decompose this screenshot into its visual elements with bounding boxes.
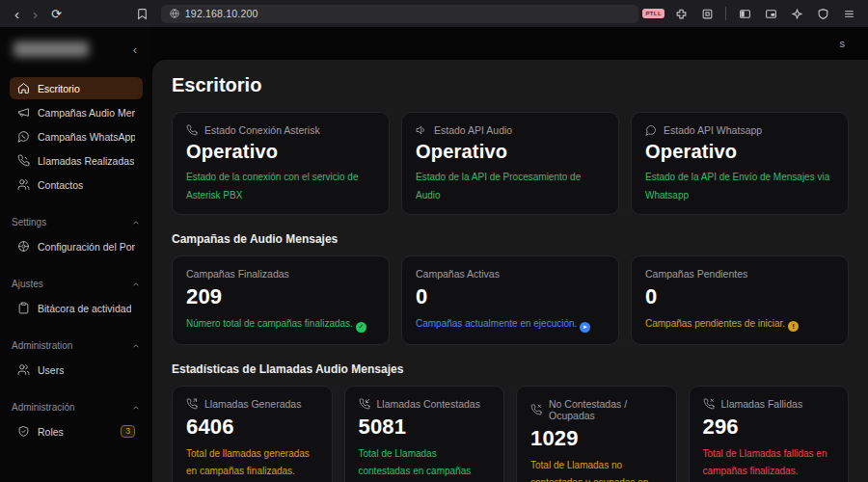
sidebar-section-administration: Administration Users [10, 340, 143, 381]
globe-icon [170, 9, 179, 18]
sparkle-icon[interactable] [787, 4, 806, 23]
card-label: No Contestadas / Ocupadas [549, 398, 663, 421]
dashboard-panel: Escritorio Estado Conexión Asterisk Oper… [152, 60, 868, 482]
sidebar-toggle-icon[interactable] [735, 4, 754, 23]
pip-icon[interactable] [761, 4, 780, 23]
sidebar-section-header[interactable]: Administration [10, 340, 143, 359]
chevron-up-icon [131, 403, 141, 413]
phone-failed-icon [703, 398, 715, 410]
card-campanas-activas: Campañas Activas 0 Campañas actualmente … [401, 255, 619, 345]
sidebar-item-escritorio[interactable]: Escritorio [10, 77, 143, 99]
sidebar-section-header[interactable]: Settings [10, 217, 143, 235]
gear-icon [17, 240, 30, 253]
card-label: Campañas Finalizadas [186, 268, 289, 280]
shield-check-icon [17, 425, 30, 438]
home-icon [17, 82, 30, 94]
card-description: Campañas actualmente en ejecución. [416, 318, 577, 329]
card-value: 5081 [359, 415, 491, 440]
whatsapp-icon [17, 130, 30, 143]
sidebar-item-label: Configuración del Portal [38, 241, 135, 253]
sidebar-item-label: Campañas Audio Mensajes [38, 107, 135, 119]
section-title-call-stats: Estadísticas de Llamadas Audio Mensajes [172, 362, 849, 376]
card-label: Llamadas Generadas [204, 398, 301, 410]
card-value: 0 [645, 284, 834, 309]
extensions-icon[interactable] [671, 4, 691, 23]
forward-icon[interactable]: › [28, 7, 42, 21]
phone-incoming-icon [359, 398, 370, 410]
status-card-value: Operativo [416, 141, 605, 163]
sidebar-item-campanas-whatsapp[interactable]: Campañas WhatsApp [10, 125, 143, 147]
sidebar-item-users[interactable]: Users [10, 359, 143, 381]
card-campanas-finalizadas: Campañas Finalizadas 209 Número total de… [172, 255, 390, 345]
status-card-description: Estado de la conexión con el servicio de… [186, 172, 358, 201]
status-card-description: Estado de la API de Procesamiento de Aud… [416, 172, 581, 201]
extension-badge[interactable]: PTLL [642, 9, 665, 18]
status-card-label: Estado API Whatsapp [664, 124, 762, 136]
status-card-value: Operativo [186, 141, 375, 163]
url-bar[interactable]: 192.168.10.200 [161, 5, 639, 23]
sidebar-item-bitacora[interactable]: Bitácora de actividad [10, 297, 143, 319]
shield-icon[interactable] [813, 4, 832, 23]
sidebar-section-ajustes: Ajustes Bitácora de actividad [10, 279, 143, 319]
sidebar-item-label: Llamadas Realizadas [38, 155, 134, 167]
sidebar-section-header[interactable]: Ajustes [10, 279, 143, 297]
phone-outgoing-icon [186, 398, 198, 410]
browser-actions: PTLL [642, 4, 858, 23]
card-value: 6406 [186, 415, 318, 440]
card-label: Campañas Pendientes [645, 268, 747, 280]
section-title-audio-campaigns: Campañas de Audio Mensajes [172, 232, 849, 246]
card-description: Campañas pendientes de iniciar. [645, 318, 785, 329]
card-llamadas-contestadas: Llamadas Contestadas 5081 Total de Llama… [344, 386, 505, 482]
card-description: Total de Llamadas fallidas en campañas f… [703, 448, 827, 477]
screenshot-icon[interactable] [697, 4, 717, 23]
card-label: Llamadas Fallidas [721, 398, 803, 410]
card-campanas-pendientes: Campañas Pendientes 0 Campañas pendiente… [631, 255, 849, 345]
status-card-asterisk: Estado Conexión Asterisk Operativo Estad… [172, 112, 390, 215]
topbar-user-text[interactable]: s [840, 38, 846, 49]
card-llamadas-fallidas: Llamadas Fallidas 296 Total de Llamadas … [689, 386, 850, 482]
reload-icon[interactable]: ⟳ [46, 8, 67, 20]
sidebar-collapse-button[interactable]: ‹ [127, 40, 143, 59]
card-value: 0 [416, 284, 605, 309]
status-card-api-audio: Estado API Audio Operativo Estado de la … [401, 112, 619, 215]
sidebar-item-configuracion-portal[interactable]: Configuración del Portal [10, 235, 143, 257]
url-text: 192.168.10.200 [185, 8, 258, 19]
clock-circle-icon: ! [788, 321, 799, 332]
sidebar-item-contactos[interactable]: Contactos [10, 174, 143, 196]
megaphone-icon [17, 106, 30, 119]
status-card-label: Estado Conexión Asterisk [204, 124, 320, 136]
clipboard-icon [17, 302, 30, 314]
phone-missed-icon [530, 404, 542, 415]
menu-icon[interactable] [839, 4, 858, 23]
chevron-up-icon [131, 218, 141, 228]
contacts-icon [17, 178, 30, 191]
sidebar-item-label: Users [38, 364, 64, 376]
audio-campaigns-row: Campañas Finalizadas 209 Número total de… [172, 255, 849, 345]
sidebar-item-roles[interactable]: Roles 3 [10, 420, 143, 442]
status-card-value: Operativo [645, 141, 834, 163]
card-description: Total de Llamadas no contestadas u ocupa… [530, 460, 648, 482]
sidebar-item-label: Contactos [38, 179, 83, 191]
sidebar-item-campanas-audio[interactable]: Campañas Audio Mensajes [10, 101, 143, 123]
status-cards-row: Estado Conexión Asterisk Operativo Estad… [172, 112, 849, 215]
call-stats-row: Llamadas Generadas 6406 Total de llamada… [172, 386, 849, 482]
phone-call-icon [17, 154, 30, 167]
card-description: Número total de campañas finalizadas. [186, 318, 353, 329]
volume-icon [416, 124, 427, 136]
back-icon[interactable]: ‹ [10, 7, 24, 21]
card-description: Total de llamadas generadas en campañas … [186, 448, 310, 477]
sidebar-item-label: Bitácora de actividad [38, 303, 131, 314]
app-logo [14, 41, 89, 57]
card-label: Llamadas Contestadas [377, 398, 480, 410]
chevron-up-icon [131, 341, 141, 351]
card-value: 209 [186, 284, 375, 309]
card-label: Campañas Activas [416, 268, 500, 280]
browser-toolbar: ‹ › ⟳ 192.168.10.200 PTLL [0, 0, 868, 27]
bookmark-icon[interactable] [134, 4, 151, 23]
sidebar-section-header[interactable]: Administración [10, 402, 143, 420]
card-llamadas-generadas: Llamadas Generadas 6406 Total de llamada… [172, 386, 333, 482]
app-topbar: s [152, 27, 868, 60]
sidebar-item-llamadas-realizadas[interactable]: Llamadas Realizadas [10, 149, 143, 172]
phone-icon [186, 124, 198, 136]
card-description: Total de Llamadas contestadas en campaña… [359, 448, 472, 482]
